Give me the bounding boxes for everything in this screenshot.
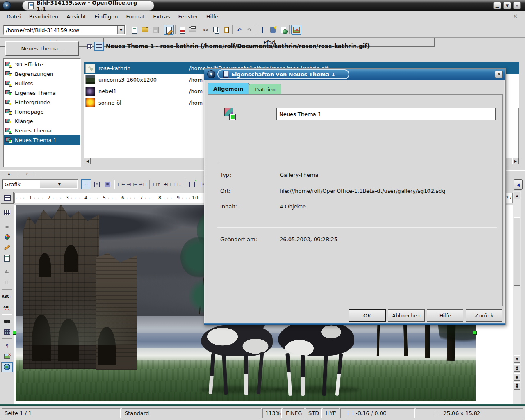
status-insert-mode[interactable]: EINFG bbox=[283, 408, 304, 418]
theme-item-3d-effekte[interactable]: 3D-Effekte bbox=[4, 60, 80, 69]
find-replace-icon[interactable] bbox=[1, 316, 13, 326]
menu-format[interactable]: Format bbox=[122, 12, 149, 21]
copy-icon[interactable] bbox=[211, 25, 221, 35]
graphics-onoff-icon[interactable] bbox=[1, 352, 13, 361]
splitter-handle[interactable]: ⌕ bbox=[19, 172, 35, 176]
menu-extras[interactable]: Extras bbox=[149, 12, 174, 21]
theme-item-hintergruende[interactable]: Hintergründe bbox=[4, 98, 80, 107]
theme-name-input[interactable] bbox=[276, 108, 496, 120]
menu-einfuegen[interactable]: Einfügen bbox=[90, 12, 122, 21]
window-menu-button[interactable]: ▼ bbox=[2, 1, 11, 10]
theme-item-eigenes-thema[interactable]: Eigenes Thema bbox=[4, 88, 80, 98]
abbrechen-button[interactable]: Abbrechen bbox=[388, 309, 425, 322]
status-hyperlink-mode[interactable]: HYP bbox=[323, 408, 339, 418]
online-layout-icon[interactable] bbox=[1, 362, 13, 372]
navigator-icon[interactable] bbox=[258, 25, 268, 35]
direct-cursor-icon: Π bbox=[1, 278, 13, 288]
align-bottom-icon[interactable]: □↓ bbox=[173, 179, 183, 189]
window-title-pill: Bild-314159.sxw - OpenOffice.org 1.1 bbox=[22, 0, 154, 11]
splitter-collapse-icon[interactable]: ▲ bbox=[1, 172, 17, 176]
insert-table-corner-icon[interactable] bbox=[1, 192, 14, 204]
style-combobox[interactable]: Grafik ▼ bbox=[2, 179, 78, 189]
theme-item-neues-thema-1[interactable]: Neues Thema 1 bbox=[4, 135, 80, 145]
theme-item-neues-thema[interactable]: Neues Thema bbox=[4, 126, 80, 135]
print-icon[interactable] bbox=[187, 25, 198, 35]
insert-object-icon[interactable] bbox=[1, 232, 13, 242]
tab-dateien[interactable]: Dateien bbox=[249, 84, 281, 94]
edit-file-icon[interactable] bbox=[164, 25, 174, 35]
theme-item-homepage[interactable]: Homepage bbox=[4, 107, 80, 116]
theme-item-begrenzungen[interactable]: Begrenzungen bbox=[4, 69, 80, 79]
new-theme-button[interactable]: Neues Thema... bbox=[5, 41, 79, 56]
url-input[interactable] bbox=[4, 27, 117, 33]
align-left-icon[interactable]: □← bbox=[116, 179, 126, 189]
data-sources-icon[interactable] bbox=[1, 327, 13, 337]
stylist-icon[interactable] bbox=[268, 25, 278, 35]
main-toolbar-vertical: ≣ A▸ Π ABC✓ ABC ¶ bbox=[0, 205, 14, 404]
tab-allgemein[interactable]: Allgemein bbox=[208, 83, 249, 94]
minimize-button[interactable]: ▁ bbox=[493, 2, 501, 9]
scroll-up-icon[interactable]: ▲ bbox=[514, 192, 520, 199]
url-combobox[interactable]: ▼ bbox=[3, 25, 126, 35]
close-document-icon[interactable]: ✕ bbox=[513, 13, 518, 19]
status-zoom[interactable]: 113% bbox=[262, 408, 282, 418]
insert-table-icon[interactable] bbox=[1, 207, 13, 217]
status-selection-mode[interactable]: STD bbox=[306, 408, 322, 418]
form-functions-icon[interactable] bbox=[1, 253, 13, 263]
status-pagestyle[interactable]: Standard bbox=[122, 408, 261, 418]
borders-icon[interactable] bbox=[187, 179, 197, 189]
hyperlink-icon[interactable] bbox=[278, 25, 288, 35]
menu-hilfe[interactable]: Hilfe bbox=[202, 12, 223, 21]
align-top-icon[interactable]: □↑ bbox=[152, 179, 162, 189]
paste-icon[interactable] bbox=[221, 25, 231, 35]
new-document-icon[interactable] bbox=[129, 25, 139, 35]
hilfe-button[interactable]: Hilfe bbox=[427, 309, 463, 322]
shade-button[interactable]: ▼ bbox=[503, 2, 511, 9]
menu-bearbeiten[interactable]: Bearbeiten bbox=[25, 12, 62, 21]
dialog-menu-button[interactable]: ▼ bbox=[207, 70, 215, 78]
align-middle-icon[interactable]: ÷□ bbox=[162, 179, 172, 189]
selection-handle-right[interactable] bbox=[473, 331, 477, 335]
icon-view-icon[interactable] bbox=[84, 42, 94, 51]
draw-functions-icon[interactable] bbox=[1, 242, 13, 252]
scroll-right-icon[interactable]: ▶ bbox=[512, 158, 519, 164]
url-dropdown-icon[interactable]: ▼ bbox=[117, 26, 125, 34]
vertical-scrollbar[interactable]: ▲ ▼ ▲▲ ● ▼▼ bbox=[513, 191, 521, 404]
save-icon bbox=[151, 25, 161, 35]
field-inhalt-label: Inhalt: bbox=[220, 203, 237, 210]
previous-page-icon[interactable]: ▲▲ bbox=[514, 364, 520, 372]
navigation-icon[interactable]: ● bbox=[514, 373, 520, 381]
export-pdf-icon[interactable] bbox=[177, 25, 187, 35]
undo-icon[interactable]: ↶ bbox=[234, 25, 244, 35]
scroll-down-icon[interactable]: ▼ bbox=[514, 355, 520, 363]
next-page-icon[interactable]: ▼▼ bbox=[514, 382, 520, 390]
ok-button[interactable]: OK bbox=[349, 309, 386, 322]
dialog-titlebar[interactable]: ▼ Eigenschaften von Neues Thema 1 ✕ bbox=[204, 69, 505, 80]
zurueck-button[interactable]: Zurück bbox=[466, 309, 502, 322]
selection-handle-left[interactable] bbox=[13, 331, 16, 335]
wrap-on-icon[interactable]: ≡ bbox=[92, 179, 102, 189]
spellcheck-icon[interactable]: ABC✓ bbox=[1, 292, 13, 301]
dialog-close-icon[interactable]: ✕ bbox=[495, 71, 503, 78]
menu-fenster[interactable]: Fenster bbox=[174, 12, 202, 21]
gallery-icon[interactable] bbox=[291, 25, 301, 35]
scroll-left-icon[interactable]: ◀ bbox=[84, 158, 91, 164]
wrap-off-icon[interactable]: ▭ bbox=[81, 179, 91, 189]
menu-datei[interactable]: Datei bbox=[2, 12, 25, 21]
nonprinting-characters-icon[interactable]: ¶ bbox=[1, 341, 13, 351]
open-icon[interactable] bbox=[140, 25, 150, 35]
hide-objectbar-icon[interactable]: ◀ bbox=[514, 179, 523, 190]
wrap-through-icon[interactable]: ▦ bbox=[103, 179, 112, 189]
theme-item-klaenge[interactable]: Klänge bbox=[4, 116, 80, 126]
align-right-icon[interactable]: →□ bbox=[138, 179, 148, 189]
detail-view-icon[interactable] bbox=[94, 42, 104, 51]
field-ort-label: Ort: bbox=[220, 188, 231, 194]
theme-item-bullets[interactable]: Bullets bbox=[4, 79, 80, 88]
close-button[interactable]: ✕ bbox=[513, 2, 521, 9]
vscrollbar-thumb[interactable] bbox=[514, 217, 520, 286]
cut-icon[interactable]: ✂ bbox=[201, 25, 211, 35]
align-center-icon[interactable]: →□← bbox=[127, 179, 137, 189]
style-dropdown-icon[interactable]: ▼ bbox=[40, 180, 78, 188]
menu-ansicht[interactable]: Ansicht bbox=[62, 12, 90, 21]
autospellcheck-icon[interactable]: ABC bbox=[1, 302, 13, 312]
